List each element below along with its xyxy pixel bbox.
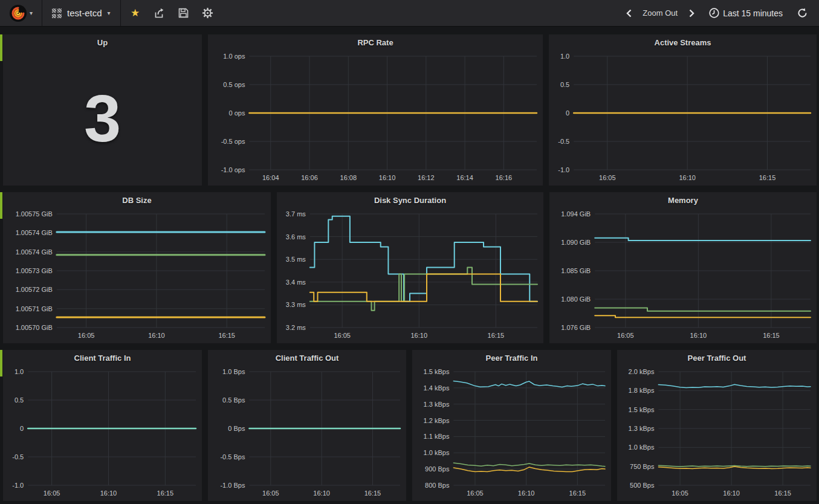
svg-text:-1.0: -1.0 — [558, 166, 569, 173]
singlestat-value: 3 — [84, 80, 121, 157]
svg-text:0 Bps: 0 Bps — [228, 425, 245, 432]
panel-up: Up 3 — [3, 34, 202, 186]
grafana-logo-icon — [9, 4, 27, 22]
top-navbar: ▾ test-etcd ▾ ★ — [0, 0, 819, 27]
panel-title[interactable]: Client Traffic In — [3, 350, 202, 366]
client-traffic-in-chart[interactable]: 16:0516:1016:151.00.50-0.5-1.0 — [3, 366, 202, 501]
svg-text:16:10: 16:10 — [518, 489, 535, 497]
singlestat-value-container[interactable]: 3 — [3, 50, 202, 186]
svg-text:1.5 kBps: 1.5 kBps — [629, 406, 655, 413]
row-collapse-handle[interactable] — [0, 34, 2, 61]
db-size-chart[interactable]: 16:0516:1016:151.00575 GiB1.00574 GiB1.0… — [3, 208, 271, 343]
svg-text:16:10: 16:10 — [379, 174, 396, 181]
svg-text:3.4 ms: 3.4 ms — [286, 279, 306, 286]
svg-text:0: 0 — [566, 109, 569, 117]
disk-sync-chart[interactable]: 16:0516:1016:153.7 ms3.6 ms3.5 ms3.4 ms3… — [277, 208, 543, 343]
rpc-rate-chart[interactable]: 16:0416:0616:0816:1016:1216:1416:161.0 o… — [208, 50, 543, 186]
svg-text:1.5 kBps: 1.5 kBps — [424, 368, 450, 375]
star-dashboard-button[interactable]: ★ — [123, 0, 147, 27]
logo-caret-icon: ▾ — [30, 10, 33, 16]
svg-text:1.0 kBps: 1.0 kBps — [629, 444, 655, 451]
svg-text:3.6 ms: 3.6 ms — [286, 233, 306, 241]
panel-title[interactable]: Memory — [549, 192, 817, 208]
svg-text:1.0 Bps: 1.0 Bps — [222, 368, 245, 375]
peer-traffic-in-chart[interactable]: 16:0516:1016:151.5 kBps1.4 kBps1.3 kBps1… — [412, 366, 611, 501]
svg-text:1.085 GiB: 1.085 GiB — [561, 267, 591, 274]
dashboard-row-1: Up 3 RPC Rate 16:0416:0616:0816:1016:121… — [3, 34, 817, 186]
svg-text:16:10: 16:10 — [411, 332, 428, 339]
svg-text:16:10: 16:10 — [679, 174, 696, 181]
row-collapse-handle[interactable] — [0, 350, 2, 376]
chart-svg: 16:0516:1016:151.0 Bps0.5 Bps0 Bps-0.5 B… — [208, 366, 406, 501]
time-shift-back-button[interactable] — [621, 0, 636, 27]
save-dashboard-button[interactable] — [172, 0, 196, 27]
svg-text:16:08: 16:08 — [340, 174, 357, 181]
dashboard-picker[interactable]: test-etcd ▾ — [42, 0, 121, 26]
svg-text:-1.0 ops: -1.0 ops — [221, 166, 245, 173]
dashboard-settings-button[interactable] — [196, 0, 220, 27]
svg-text:16:15: 16:15 — [774, 489, 791, 497]
panel-title[interactable]: Client Traffic Out — [208, 350, 406, 366]
clock-icon — [709, 8, 719, 18]
svg-text:16:06: 16:06 — [301, 174, 318, 181]
panel-title[interactable]: Active Streams — [549, 34, 817, 50]
panel-title[interactable]: DB Size — [3, 192, 271, 208]
svg-text:1.076 GiB: 1.076 GiB — [561, 324, 591, 331]
dashboard-grid: Up 3 RPC Rate 16:0416:0616:0816:1016:121… — [0, 27, 819, 501]
dashboard-title: test-etcd — [67, 8, 102, 18]
svg-text:1.4 kBps: 1.4 kBps — [424, 384, 450, 392]
dashboard-grid-icon — [52, 8, 62, 18]
chart-svg: 16:0516:1016:152.0 kBps1.8 kBps1.5 kBps1… — [617, 366, 817, 501]
panel-client-traffic-in: Client Traffic In 16:0516:1016:151.00.50… — [3, 350, 202, 501]
svg-text:2.0 kBps: 2.0 kBps — [629, 368, 655, 375]
panel-title[interactable]: Up — [3, 34, 202, 50]
svg-text:900 Bps: 900 Bps — [425, 465, 450, 473]
refresh-button[interactable] — [792, 0, 812, 27]
chart-svg: 16:0516:1016:151.5 kBps1.4 kBps1.3 kBps1… — [412, 366, 611, 501]
svg-text:-0.5: -0.5 — [12, 453, 24, 460]
svg-text:3.2 ms: 3.2 ms — [286, 324, 306, 331]
svg-text:16:12: 16:12 — [418, 174, 435, 181]
svg-text:16:16: 16:16 — [496, 174, 513, 181]
svg-text:3.5 ms: 3.5 ms — [286, 256, 306, 263]
grafana-menu-button[interactable]: ▾ — [0, 0, 42, 26]
panel-title[interactable]: Peer Traffic In — [412, 350, 611, 366]
svg-text:16:15: 16:15 — [157, 489, 174, 497]
svg-text:0.5: 0.5 — [15, 396, 24, 404]
time-shift-forward-button[interactable] — [684, 0, 699, 27]
chart-svg: 16:0516:1016:151.00575 GiB1.00574 GiB1.0… — [3, 208, 271, 343]
svg-text:800 Bps: 800 Bps — [425, 482, 450, 489]
star-icon: ★ — [131, 7, 140, 19]
chart-svg: 16:0516:1016:151.00.50-0.5-1.0 — [3, 366, 202, 501]
svg-text:1.3 kBps: 1.3 kBps — [424, 401, 450, 408]
refresh-icon — [797, 8, 808, 18]
row-collapse-handle[interactable] — [0, 192, 2, 219]
memory-chart[interactable]: 16:0516:1016:151.094 GiB1.090 GiB1.085 G… — [549, 208, 817, 343]
panel-db-size: DB Size 16:0516:1016:151.00575 GiB1.0057… — [3, 192, 271, 343]
active-streams-chart[interactable]: 16:0516:1016:151.00.50-0.5-1.0 — [549, 50, 817, 186]
panel-memory: Memory 16:0516:1016:151.094 GiB1.090 GiB… — [549, 192, 817, 343]
zoom-out-button[interactable]: Zoom Out — [638, 8, 682, 18]
svg-text:0: 0 — [20, 425, 24, 432]
share-dashboard-button[interactable] — [147, 0, 172, 27]
client-traffic-out-chart[interactable]: 16:0516:1016:151.0 Bps0.5 Bps0 Bps-0.5 B… — [208, 366, 406, 501]
svg-text:-0.5 Bps: -0.5 Bps — [220, 453, 245, 460]
svg-text:1.3 kBps: 1.3 kBps — [629, 425, 655, 432]
peer-traffic-out-chart[interactable]: 16:0516:1016:152.0 kBps1.8 kBps1.5 kBps1… — [617, 366, 817, 501]
svg-text:1.0: 1.0 — [15, 368, 24, 375]
chart-svg: 16:0416:0616:0816:1016:1216:1416:161.0 o… — [208, 50, 543, 186]
svg-text:1.0 kBps: 1.0 kBps — [424, 449, 450, 456]
svg-text:1.00574 GiB: 1.00574 GiB — [16, 248, 53, 256]
panel-title[interactable]: Disk Sync Duration — [277, 192, 543, 208]
panel-rpc-rate: RPC Rate 16:0416:0616:0816:1016:1216:141… — [208, 34, 543, 186]
panel-title[interactable]: RPC Rate — [208, 34, 543, 50]
time-range-picker[interactable]: Last 15 minutes — [701, 8, 791, 18]
svg-text:0.5 ops: 0.5 ops — [223, 81, 245, 88]
panel-title[interactable]: Peer Traffic Out — [617, 350, 817, 366]
svg-text:16:05: 16:05 — [617, 332, 634, 339]
svg-text:0 ops: 0 ops — [228, 109, 245, 117]
svg-text:0.5 Bps: 0.5 Bps — [222, 396, 245, 404]
panel-disk-sync: Disk Sync Duration 16:0516:1016:153.7 ms… — [277, 192, 543, 343]
svg-text:1.080 GiB: 1.080 GiB — [561, 296, 591, 303]
svg-text:16:15: 16:15 — [218, 332, 235, 339]
